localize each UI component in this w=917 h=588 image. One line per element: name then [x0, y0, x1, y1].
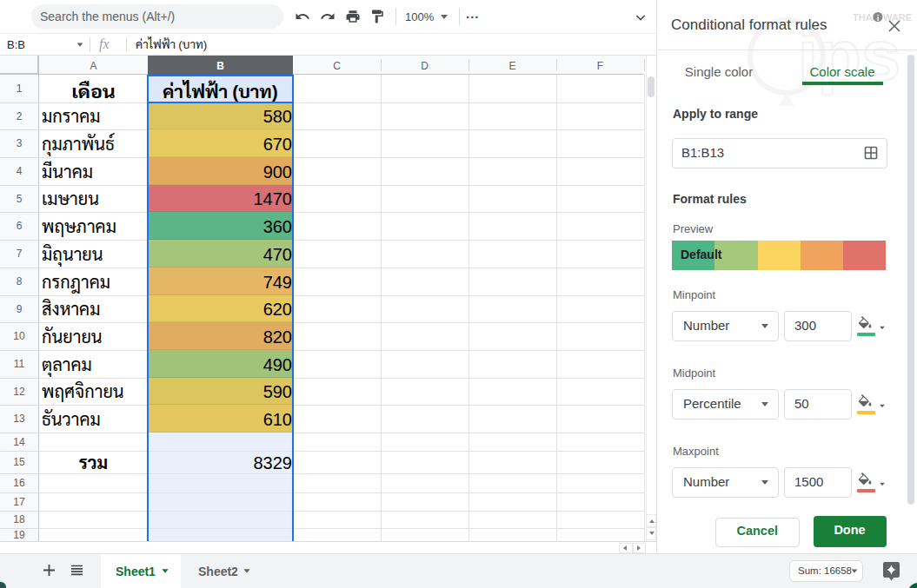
svg-text:i: i [877, 14, 880, 23]
svg-text:THAI: THAI [853, 12, 875, 23]
